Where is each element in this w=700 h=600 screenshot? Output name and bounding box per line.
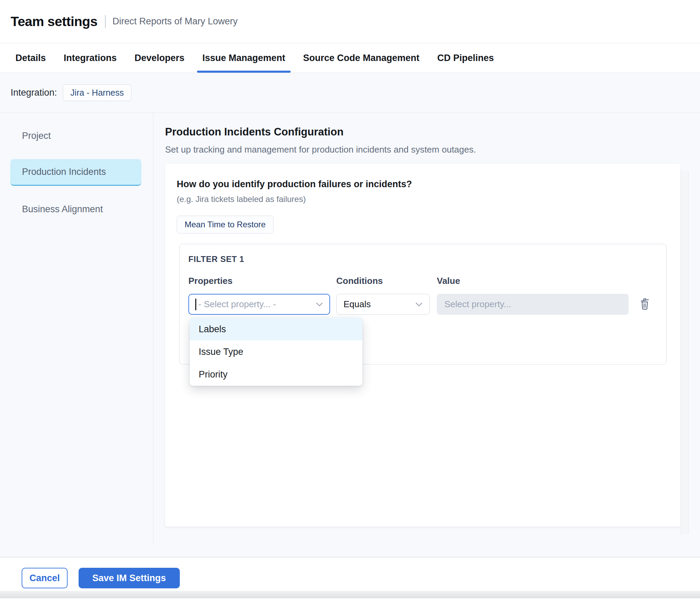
metric-tab-mean-time-to-restore[interactable]: Mean Time to Restore [177, 216, 273, 233]
filter-row: Properties - Select property... - [188, 276, 666, 315]
main-panel: Production Incidents Configuration Set u… [153, 113, 700, 557]
page-subtitle: Direct Reports of Mary Lowery [113, 16, 238, 27]
delete-filter-cell [638, 294, 651, 315]
tab-issue-management[interactable]: Issue Management [202, 43, 285, 73]
property-dropdown-menu: Labels Issue Type Priority [190, 318, 362, 386]
tab-bar: Details Integrations Developers Issue Ma… [0, 43, 700, 73]
filter-set-card: FILTER SET 1 Properties - Select propert… [179, 244, 667, 364]
property-select[interactable]: - Select property... - [188, 294, 330, 315]
config-question: How do you identify production failures … [177, 179, 680, 190]
properties-column: Properties - Select property... - [188, 276, 330, 315]
tab-cd-pipelines[interactable]: CD Pipelines [437, 43, 494, 73]
condition-selected-value: Equals [343, 299, 371, 310]
title-separator [105, 15, 106, 28]
save-im-settings-button[interactable]: Save IM Settings [79, 568, 180, 588]
tab-integrations[interactable]: Integrations [64, 43, 117, 73]
integration-bar: Integration: Jira - Harness [0, 73, 700, 113]
sidebar-item-business-alignment[interactable]: Business Alignment [10, 196, 141, 223]
sidebar-item-project[interactable]: Project [10, 122, 141, 149]
tab-details[interactable]: Details [15, 43, 46, 73]
property-select-placeholder: - Select property... - [198, 299, 276, 310]
properties-column-header: Properties [188, 276, 330, 286]
value-column-header: Value [437, 276, 629, 286]
cancel-button[interactable]: Cancel [22, 568, 68, 588]
filter-set-title: FILTER SET 1 [188, 254, 666, 264]
settings-sidebar: Project Production Incidents Business Al… [0, 113, 153, 545]
integration-label: Integration: [11, 87, 57, 98]
app-header: Team settings Direct Reports of Mary Low… [0, 0, 700, 43]
footer-action-bar: Cancel Save IM Settings [0, 557, 700, 591]
value-column: Value Select property... [437, 276, 629, 315]
team-settings-page: Team settings Direct Reports of Mary Low… [0, 0, 700, 600]
chevron-down-icon [316, 302, 323, 307]
conditions-column-header: Conditions [336, 276, 430, 286]
conditions-column: Conditions Equals [336, 276, 430, 315]
value-input-placeholder: Select property... [444, 299, 511, 310]
chevron-down-icon [415, 302, 423, 307]
section-description: Set up tracking and management for produ… [165, 144, 700, 155]
incidents-config-card: How do you identify production failures … [165, 164, 680, 527]
text-cursor [195, 299, 196, 310]
trash-icon [639, 306, 651, 311]
config-question-hint: (e.g. Jira tickets labeled as failures) [177, 194, 680, 204]
bottom-edge-shadow [0, 591, 700, 598]
value-input[interactable]: Select property... [437, 294, 629, 315]
sidebar-item-production-incidents[interactable]: Production Incidents [10, 159, 141, 186]
delete-filter-button[interactable] [638, 297, 651, 312]
scrollbar-track[interactable] [681, 171, 689, 534]
tab-source-code-management[interactable]: Source Code Management [303, 43, 419, 73]
section-title: Production Incidents Configuration [165, 126, 700, 138]
dropdown-option-issue-type[interactable]: Issue Type [190, 340, 362, 363]
content-area: Project Production Incidents Business Al… [0, 113, 700, 557]
condition-select[interactable]: Equals [336, 294, 430, 315]
tab-developers[interactable]: Developers [135, 43, 185, 73]
page-title: Team settings [11, 14, 97, 29]
dropdown-option-priority[interactable]: Priority [190, 363, 362, 386]
integration-chip[interactable]: Jira - Harness [63, 84, 131, 101]
dropdown-option-labels[interactable]: Labels [190, 318, 362, 340]
